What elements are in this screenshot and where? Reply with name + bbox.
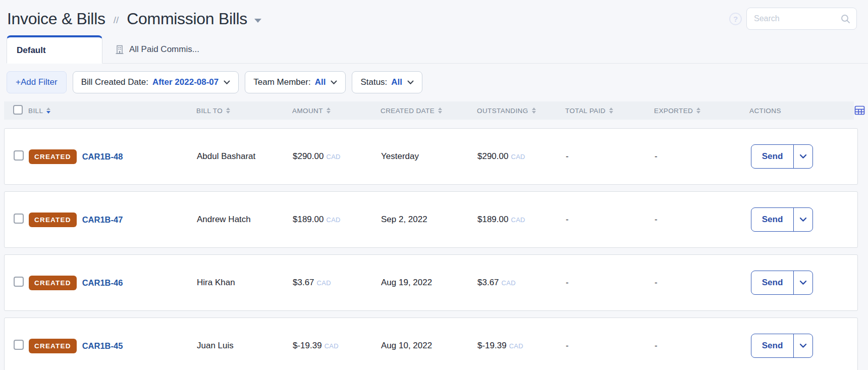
chevron-down-icon <box>406 77 414 87</box>
search-box <box>746 8 857 30</box>
send-dropdown-button[interactable] <box>793 271 812 294</box>
dropdown-caret-icon <box>254 19 261 23</box>
bill-id-link[interactable]: CAR1B-47 <box>82 215 123 225</box>
currency-label: CAD <box>324 342 339 350</box>
amount-cell: $3.67CAD <box>293 278 381 288</box>
bill-id-link[interactable]: CAR1B-46 <box>82 278 123 288</box>
created-date-cell: Aug 19, 2022 <box>381 278 477 288</box>
send-dropdown-button[interactable] <box>793 208 812 231</box>
column-header-created-date[interactable]: CREATED DATE <box>381 107 477 115</box>
topbar-right: ? <box>729 8 857 30</box>
table-row: CREATED CAR1B-47 Andrew Hatch $189.00CAD… <box>4 191 858 248</box>
bill-id-link[interactable]: CAR1B-45 <box>82 341 123 351</box>
tab-bar: Default All Paid Commis... <box>7 35 868 64</box>
send-dropdown-button[interactable] <box>793 145 812 168</box>
sort-icon <box>327 108 331 114</box>
currency-label: CAD <box>509 342 523 350</box>
exported-cell: - <box>655 341 750 351</box>
sort-icon <box>609 108 613 114</box>
status-badge: CREATED <box>29 213 77 227</box>
send-button-group: Send <box>751 334 813 358</box>
exported-cell: - <box>655 278 750 288</box>
sort-icon <box>226 108 230 114</box>
bill-to-cell: Juan Luis <box>197 341 293 351</box>
add-filter-button[interactable]: +Add Filter <box>7 71 67 93</box>
total-paid-cell: - <box>566 151 655 162</box>
select-all-checkbox[interactable] <box>13 105 23 115</box>
tab-default[interactable]: Default <box>7 35 102 64</box>
row-checkbox[interactable] <box>14 277 24 287</box>
send-button-group: Send <box>751 271 813 295</box>
breadcrumb-separator: // <box>114 12 119 26</box>
building-icon <box>116 45 124 54</box>
outstanding-cell: $290.00CAD <box>477 151 566 162</box>
send-button-group: Send <box>751 207 813 232</box>
bill-to-cell: Abdul Basharat <box>197 151 293 162</box>
amount-cell: $290.00CAD <box>293 151 381 162</box>
view-selector[interactable]: Commission Bills <box>127 10 261 28</box>
created-date-cell: Aug 10, 2022 <box>381 341 477 351</box>
filter-bill-created-date[interactable]: Bill Created Date: After 2022-08-07 <box>73 71 239 93</box>
amount-cell: $-19.39CAD <box>293 341 381 351</box>
column-header-actions: ACTIONS <box>749 107 854 115</box>
breadcrumb-section: Invoice & Bills <box>7 10 105 28</box>
column-settings-icon[interactable] <box>854 105 865 116</box>
help-icon[interactable]: ? <box>729 13 742 25</box>
currency-label: CAD <box>502 279 516 287</box>
column-header-outstanding[interactable]: OUTSTANDING <box>477 107 565 115</box>
exported-cell: - <box>655 215 750 225</box>
column-header-bill[interactable]: BILL <box>28 107 196 115</box>
filter-label: Team Member: <box>253 77 310 87</box>
table-body: CREATED CAR1B-48 Abdul Basharat $290.00C… <box>4 128 858 370</box>
bill-to-cell: Hira Khan <box>197 278 293 288</box>
sort-icon <box>46 108 50 114</box>
filter-status[interactable]: Status: All <box>352 71 422 93</box>
send-button[interactable]: Send <box>751 334 793 357</box>
currency-label: CAD <box>511 216 525 224</box>
chevron-down-icon <box>799 343 807 348</box>
send-button[interactable]: Send <box>751 145 793 168</box>
tab-all-paid-commissions[interactable]: All Paid Commis... <box>102 35 212 63</box>
filter-value: After 2022-08-07 <box>152 77 219 87</box>
bills-table: BILL BILL TO AMOUNT CREATED DATE OUTSTAN… <box>4 101 858 370</box>
chevron-down-icon <box>330 77 337 87</box>
column-header-amount[interactable]: AMOUNT <box>292 107 381 115</box>
status-badge: CREATED <box>29 339 77 353</box>
table-row: CREATED CAR1B-45 Juan Luis $-19.39CAD Au… <box>4 318 858 370</box>
currency-label: CAD <box>511 153 525 161</box>
row-checkbox[interactable] <box>14 150 24 161</box>
status-badge: CREATED <box>29 276 77 290</box>
column-header-bill-to[interactable]: BILL TO <box>196 107 292 115</box>
total-paid-cell: - <box>566 278 655 288</box>
column-header-exported[interactable]: EXPORTED <box>654 107 749 115</box>
sort-icon <box>696 108 700 114</box>
currency-label: CAD <box>326 153 340 161</box>
filter-value: All <box>391 77 402 87</box>
table-header: BILL BILL TO AMOUNT CREATED DATE OUTSTAN… <box>4 101 854 120</box>
filter-label: Bill Created Date: <box>81 77 148 87</box>
row-checkbox[interactable] <box>14 214 24 224</box>
outstanding-cell: $189.00CAD <box>477 215 566 225</box>
total-paid-cell: - <box>566 341 655 351</box>
page-title: Commission Bills <box>127 10 247 28</box>
send-dropdown-button[interactable] <box>793 334 812 357</box>
total-paid-cell: - <box>566 215 655 225</box>
column-header-total-paid[interactable]: TOTAL PAID <box>565 107 654 115</box>
table-row: CREATED CAR1B-46 Hira Khan $3.67CAD Aug … <box>4 254 858 311</box>
bill-id-link[interactable]: CAR1B-48 <box>82 152 123 162</box>
sort-icon <box>438 108 442 114</box>
send-button-group: Send <box>751 144 813 169</box>
breadcrumb: Invoice & Bills // Commission Bills <box>7 10 261 28</box>
filter-team-member[interactable]: Team Member: All <box>245 71 346 93</box>
send-button[interactable]: Send <box>751 271 793 294</box>
amount-cell: $189.00CAD <box>293 215 381 225</box>
table-row: CREATED CAR1B-48 Abdul Basharat $290.00C… <box>4 128 858 185</box>
filter-bar: +Add Filter Bill Created Date: After 202… <box>7 71 868 93</box>
row-checkbox[interactable] <box>14 340 24 350</box>
search-icon <box>841 14 850 24</box>
send-button[interactable]: Send <box>751 208 793 231</box>
chevron-down-icon <box>799 280 807 285</box>
sort-icon <box>532 108 536 114</box>
currency-label: CAD <box>317 279 331 287</box>
search-input[interactable] <box>754 14 841 23</box>
